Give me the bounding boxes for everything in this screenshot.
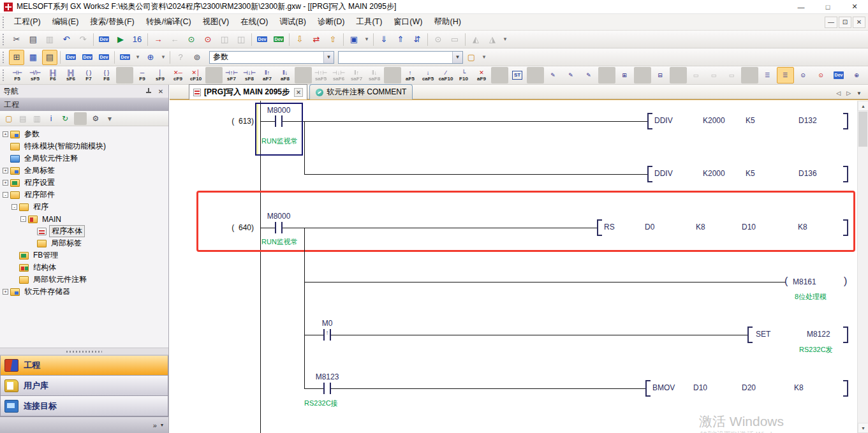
tab-scroll-right-icon[interactable]: ▷ [846, 90, 851, 96]
paste-icon[interactable]: ▥ [42, 32, 57, 47]
delete-rung-icon[interactable]: ⊟ [652, 67, 669, 84]
online-change-icon[interactable]: ⇄ [309, 32, 324, 47]
maximize-button[interactable]: □ [814, 0, 841, 14]
coil-device-label[interactable]: M8161 [793, 277, 816, 286]
cut-icon[interactable]: ✂ [9, 32, 24, 47]
close-contact-icon[interactable]: ⊣/⊢sF5 [27, 67, 44, 84]
monitor-start-icon[interactable]: ⊙ [184, 32, 199, 47]
toolbar-overflow[interactable]: ▾ [363, 32, 371, 47]
filter-icon[interactable]: ⚙ [89, 112, 102, 125]
menu-find-replace[interactable]: 搜索/替换(F) [84, 14, 140, 30]
edit-coil-icon[interactable]: ✎ [580, 67, 598, 84]
instruction-word[interactable]: K8 [794, 383, 804, 392]
tree-expander[interactable]: - [20, 216, 26, 222]
new-data-icon[interactable]: ▢ [3, 112, 15, 125]
menu-view[interactable]: 视图(V) [197, 14, 235, 30]
minimize-button[interactable]: — [788, 0, 814, 14]
instruction-word[interactable]: M8122 [807, 330, 830, 339]
close-button[interactable]: ✕ [841, 0, 868, 14]
break-setting-icon[interactable]: ⊙ [430, 32, 446, 47]
open-contact-icon[interactable]: ⊣⊢F5 [9, 67, 26, 84]
device-memory-list-icon[interactable]: Dev [80, 50, 95, 65]
transfer-setup-icon[interactable]: ⇩ [292, 32, 307, 47]
tree-item[interactable]: 全局软元件注释 [0, 152, 168, 165]
tree-item[interactable]: 程序本体 [0, 225, 168, 237]
find-device-icon[interactable]: ⊙ [813, 67, 830, 84]
nav-button-connection[interactable]: 连接目标 [0, 396, 168, 416]
device-comment-list-icon[interactable]: Dev [63, 50, 78, 65]
coil-icon[interactable]: ( )F7 [80, 67, 98, 84]
tree-item[interactable]: 局部标签 [0, 237, 168, 249]
separator[interactable] [670, 67, 687, 84]
copy-icon[interactable]: ▤ [26, 32, 41, 47]
separator[interactable] [60, 51, 61, 64]
break-list-icon[interactable]: ▭ [447, 32, 462, 47]
rising-pulse-close-icon[interactable]: ⊣↑⊢saF5 [313, 67, 330, 84]
separator[interactable] [147, 33, 148, 46]
tree-item[interactable]: - MAIN [0, 213, 168, 225]
tree-expander[interactable]: - [11, 204, 17, 210]
dropdown-arrow[interactable]: ▾ [134, 50, 142, 65]
edit-ladder-icon[interactable]: ✎ [545, 67, 562, 84]
tab-main-program[interactable]: [PRG]写入 MAIN 2095步 ✕ [189, 84, 307, 99]
end-line-icon[interactable]: └F10 [455, 67, 473, 84]
separator[interactable] [251, 33, 252, 46]
tree-item[interactable]: 结构体 [0, 261, 168, 274]
data-security-icon[interactable]: i [45, 112, 57, 125]
vertical-scrollbar[interactable]: ▲ ▼ [857, 101, 868, 433]
chevron-down-icon[interactable]: ▼ [452, 52, 462, 63]
refresh-icon[interactable]: ↻ [59, 112, 71, 125]
rising-pulse-close-branch-icon[interactable]: ‖↑saF7 [348, 67, 365, 84]
separator[interactable] [205, 67, 223, 84]
separator[interactable] [114, 51, 115, 64]
instruction-word[interactable]: D136 [798, 169, 817, 178]
instruction-word[interactable]: K8 [696, 223, 705, 231]
step-execution-icon[interactable]: ⇓ [376, 32, 392, 47]
mdi-minimize-button[interactable]: — [825, 17, 837, 28]
nav-button-user-library[interactable]: 用户库 [0, 376, 168, 396]
contact-symbol[interactable] [276, 121, 281, 122]
monitor-resume-icon[interactable]: ◫ [233, 32, 249, 47]
instruction-word[interactable]: BMOV [652, 383, 675, 392]
menu-diagnostics[interactable]: 诊断(D) [312, 14, 350, 30]
copy-data-icon[interactable]: ▤ [17, 112, 29, 125]
paste-data-icon[interactable]: ▥ [31, 112, 43, 125]
tree-item[interactable]: + 参数 [0, 128, 168, 140]
device-display-format-icon[interactable]: Dev [117, 50, 133, 65]
insert-rung-icon[interactable]: ⊞ [616, 67, 633, 84]
edit-contact-icon[interactable]: ✎ [563, 67, 580, 84]
menu-tool[interactable]: 工具(T) [350, 14, 388, 30]
tree-item[interactable]: + 软元件存储器 [0, 286, 168, 298]
watch-start-icon[interactable]: ◭ [468, 32, 483, 47]
comment-display-icon[interactable]: ☰ [777, 67, 794, 84]
hex-display-icon[interactable]: 16 [129, 32, 145, 47]
undo-icon[interactable]: ↶ [59, 32, 74, 47]
scroll-up-icon[interactable]: ▲ [858, 101, 868, 111]
nav-button-project[interactable]: 工程 [0, 355, 168, 376]
device-display-icon[interactable]: Dev [96, 32, 112, 47]
panel-splitter[interactable] [0, 348, 168, 355]
instruction-word[interactable]: D20 [742, 383, 756, 392]
delete-vertical-line-icon[interactable]: ✕│cF10 [188, 67, 205, 84]
invert-operation-icon[interactable]: ∕caF10 [438, 67, 455, 84]
menu-edit[interactable]: 编辑(E) [47, 14, 85, 30]
menu-help[interactable]: 帮助(H) [428, 14, 466, 30]
pulse-contact-icon[interactable]: ↑aF5 [402, 67, 419, 84]
horizontal-line-icon[interactable]: ─F9 [134, 67, 151, 84]
tree-expander[interactable]: + [3, 131, 8, 137]
separator[interactable] [598, 67, 615, 84]
separator[interactable] [634, 67, 651, 84]
skip-execution-icon[interactable]: ⇵ [409, 32, 425, 47]
tree-expander[interactable]: - [3, 192, 8, 198]
separator[interactable] [343, 33, 344, 46]
step-interrupt-icon[interactable]: ⇑ [393, 32, 408, 47]
separator[interactable] [741, 67, 758, 84]
tree-expander[interactable]: + [3, 289, 8, 295]
tab-scroll-left-icon[interactable]: ◁ [836, 90, 841, 96]
delete-line-icon[interactable]: ✕aF9 [473, 67, 490, 84]
rising-pulse-icon[interactable]: ⊣↑⊢sF7 [223, 67, 240, 84]
menu-convert-compile[interactable]: 转换/编译(C) [140, 14, 197, 30]
device-batch-monitor-icon[interactable]: Dev [271, 32, 286, 47]
pulse-contact-close-icon[interactable]: ↓caF5 [420, 67, 437, 84]
change-history-icon[interactable]: ⊕ [848, 67, 865, 84]
